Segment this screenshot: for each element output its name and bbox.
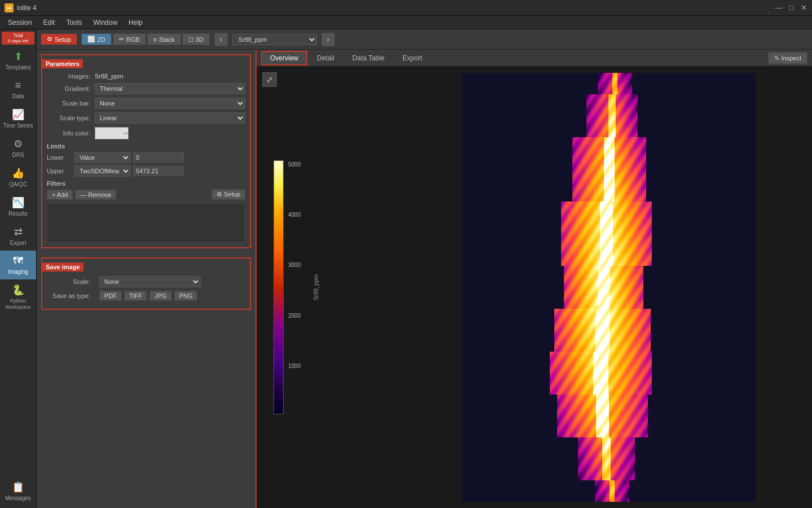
add-filter-button[interactable]: + Add [47,190,73,200]
scale-unit-label: Sr88_ppm [313,274,319,300]
sidebar-item-python[interactable]: 🐍 PythonWorkspace [0,279,36,315]
limits-title: Limits [47,143,245,150]
timeseries-label: Time Series [3,122,33,129]
sidebar-item-results[interactable]: 📉 Results [0,192,36,221]
minimize-button[interactable]: — [775,4,783,12]
save-scale-label: Scale: [47,278,95,285]
color-scale-bar [273,160,284,414]
menubar: SessionEditToolsWindowHelp [0,16,812,29]
lower-limit-row: Lower Value [47,152,245,163]
app-title-text: iolite 4 [17,4,37,12]
upper-limit-value[interactable] [133,166,184,176]
menu-item-help[interactable]: Help [123,17,148,28]
limits-container: Limits Lower Value Upper TwoSDOfMean [47,143,245,177]
rgb-icon: ✏ [119,36,124,43]
lower-limit-value[interactable] [133,152,184,163]
content-area: ⚙ Setup ⬜ 2D ✏ RGB ≡ Stack ◻ 3D [37,29,812,508]
menu-item-edit[interactable]: Edit [38,17,61,28]
stack-label: Stack [159,36,175,43]
menu-item-tools[interactable]: Tools [60,17,87,28]
tab-detail[interactable]: Detail [308,51,343,65]
menu-item-window[interactable]: Window [87,17,123,28]
results-icon: 📉 [12,196,24,209]
image-area: ⤢ 5000 4000 3000 2000 1000 Sr88_ppm [257,67,812,508]
mode-rgb-button[interactable]: ✏ RGB [113,33,146,45]
templates-label: Templates [5,64,31,71]
filters-container: Filters + Add — Remove ⚙ Setup [47,180,245,243]
save-png-button[interactable]: PNG [174,291,198,301]
mode-stack-button[interactable]: ≡ Stack [147,33,181,45]
scaletype-selector[interactable]: Linear [95,112,245,124]
menu-item-session[interactable]: Session [2,17,38,28]
save-jpg-button[interactable]: JPG [149,291,171,301]
lower-limit-label: Lower [47,154,72,161]
scalebar-selector[interactable]: None [95,98,245,109]
scale-label-4000: 4000 [288,212,301,218]
color-scale-container: 5000 4000 3000 2000 1000 Sr88_ppm [273,160,301,414]
infocolor-row: Info color: ✏ [47,127,245,139]
mode-3d-button[interactable]: ◻ 3D [182,33,210,45]
save-pdf-button[interactable]: PDF [99,291,122,301]
save-tiff-button[interactable]: TIFF [124,291,147,301]
lower-limit-type[interactable]: Value [74,152,131,163]
scalebar-label: Scale bar: [47,100,95,107]
tab-overview[interactable]: Overview [261,51,307,65]
save-image-section: Save image Scale: None Save as type: PDF… [41,257,251,310]
split-view: Parameters Images: Sr88_ppm Gradient: Th… [37,50,812,508]
sidebar-item-export[interactable]: ⇄ Export [0,221,36,251]
scale-label-3000: 3000 [288,262,301,268]
save-scale-selector[interactable]: None [99,276,201,287]
filter-setup-button[interactable]: ⚙ Setup [211,189,245,200]
sidebar-item-imaging[interactable]: 🗺 Imaging [0,251,36,279]
remove-filter-button[interactable]: — Remove [75,190,116,200]
3d-icon: ◻ [188,36,193,43]
stack-icon: ≡ [153,36,157,43]
scaletype-row: Scale type: Linear [47,112,245,124]
sidebar-item-qaqc[interactable]: 👍 QA/QC [0,163,36,192]
format-buttons: PDF TIFF JPG PNG [99,291,197,301]
expand-button[interactable]: ⤢ [262,72,277,87]
maximize-button[interactable]: □ [787,4,795,12]
save-format-label: Save as type: [47,292,95,299]
data-label: Data [12,93,24,99]
upper-limit-type[interactable]: TwoSDOfMean [74,165,131,177]
infocolor-label: Info color: [47,130,95,137]
scaletype-label: Scale type: [47,115,95,121]
nav-back-button[interactable]: ‹ [214,33,228,46]
filter-area [47,203,245,243]
sidebar-item-data[interactable]: ≡ Data [0,75,36,104]
parameters-section: Parameters Images: Sr88_ppm Gradient: Th… [41,54,251,248]
nav-forward-button[interactable]: › [321,33,335,46]
scale-labels: 5000 4000 3000 2000 1000 [288,160,301,414]
setup-icon: ⚙ [47,36,52,43]
image-selector[interactable]: Sr88_ppm [232,34,317,45]
gradient-selector[interactable]: Thermal [95,83,245,94]
templates-icon: ⬆ [14,50,23,63]
inspect-icon: ✎ [774,54,779,62]
tab-datatable[interactable]: Data Table [344,51,393,65]
images-value: Sr88_ppm [95,73,123,80]
close-button[interactable]: ✕ [800,4,807,12]
imaging-icon: 🗺 [13,255,23,267]
drs-icon: ⚙ [14,138,23,150]
view-tabs: Overview Detail Data Table Export ✎ Insp… [257,50,812,67]
tab-export[interactable]: Export [394,51,431,65]
rgb-label: RGB [126,36,140,43]
sidebar-item-timeseries[interactable]: 📈 Time Series [0,104,36,133]
python-icon: 🐍 [12,284,24,296]
sidebar-item-drs[interactable]: ⚙ DRS [0,133,36,163]
sidebar: Trial 9 days left ⬆ Templates ≡ Data 📈 T… [0,29,37,508]
3d-label: 3D [196,36,204,43]
messages-icon: 📋 [12,481,24,493]
inspect-button[interactable]: ✎ Inspect [768,52,807,64]
scale-label-5000: 5000 [288,161,301,168]
left-panel: Parameters Images: Sr88_ppm Gradient: Th… [37,50,257,508]
filters-title: Filters [47,180,245,187]
sidebar-item-templates[interactable]: ⬆ Templates [0,46,36,75]
infocolor-picker[interactable]: ✏ [95,127,129,139]
sidebar-item-messages[interactable]: 📋 Messages [0,476,36,506]
export-icon: ⇄ [14,226,23,238]
mode-2d-button[interactable]: ⬜ 2D [81,33,112,45]
messages-label: Messages [5,495,31,501]
setup-button[interactable]: ⚙ Setup [41,34,77,45]
